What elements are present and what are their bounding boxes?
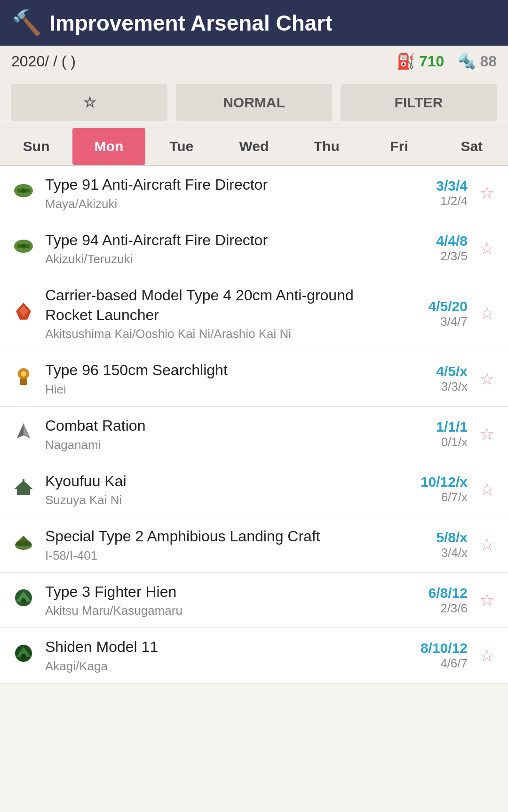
tab-thu[interactable]: Thu [290,128,363,165]
item-stats-5: 10/12/x 6/7/x [402,474,468,505]
item-ships-7: Akitsu Maru/Kasugamaru [45,603,394,618]
item-star-1[interactable]: ☆ [475,239,499,258]
item-content-5: Kyoufuu Kai Suzuya Kai Ni [45,472,394,508]
item-stats-2: 4/5/20 3/4/7 [402,298,468,329]
item-stats-8: 8/10/12 4/6/7 [402,640,468,671]
item-stats-7: 6/8/12 2/3/6 [402,585,468,616]
ammo-display: 🔩 88 [457,52,497,70]
normal-button[interactable]: NORMAL [176,84,332,121]
item-list: Type 91 Anti-Aircraft Fire Director Maya… [0,166,508,683]
item-stats-0: 3/3/4 1/2/4 [402,178,468,209]
list-item: Kyoufuu Kai Suzuya Kai Ni 10/12/x 6/7/x … [0,462,508,518]
item-sub-stat-3: 3/3/x [402,379,468,394]
item-star-0[interactable]: ☆ [475,183,499,203]
item-ships-4: Naganami [45,438,394,452]
svg-point-20 [21,598,26,603]
item-star-8[interactable]: ☆ [475,646,499,666]
ammo-value: 88 [480,53,497,70]
svg-point-23 [21,654,26,659]
tab-wed[interactable]: Wed [218,128,290,165]
item-icon-7 [9,587,38,613]
item-sub-stat-8: 4/6/7 [402,656,468,671]
tab-mon[interactable]: Mon [72,128,145,165]
item-main-stat-3: 4/5/x [402,363,468,379]
item-main-stat-7: 6/8/12 [402,585,468,601]
item-sub-stat-5: 6/7/x [402,490,468,505]
fuel-display: ⛽ 710 [397,52,444,70]
svg-point-10 [21,371,26,377]
item-star-4[interactable]: ☆ [475,424,499,444]
item-sub-stat-4: 0/1/x [402,435,468,450]
item-name-5: Kyoufuu Kai [45,472,394,491]
resources: ⛽ 710 🔩 88 [397,52,497,70]
item-ships-5: Suzuya Kai Ni [45,493,394,507]
item-name-3: Type 96 150cm Searchlight [45,361,394,380]
app-header: 🔨 Improvement Arsenal Chart [0,0,508,46]
item-name-2: Carrier-based Model Type 4 20cm Anti-gro… [45,286,394,325]
fuel-value: 710 [419,53,444,70]
header-icon: 🔨 [11,8,42,37]
svg-marker-12 [24,423,30,438]
item-ships-6: I-58/I-401 [45,548,394,563]
list-item: Combat Ration Naganami 1/1/1 0/1/x ☆ [0,407,508,462]
svg-marker-17 [18,536,29,541]
item-stats-3: 4/5/x 3/3/x [402,363,468,394]
item-star-2[interactable]: ☆ [475,304,499,323]
item-ships-0: Maya/Akizuki [45,197,394,211]
item-main-stat-8: 8/10/12 [402,640,468,656]
tab-sun[interactable]: Sun [0,128,72,165]
item-name-4: Combat Ration [45,416,394,436]
item-stats-1: 4/4/8 2/3/5 [402,233,468,264]
item-main-stat-1: 4/4/8 [402,233,468,249]
item-content-6: Special Type 2 Amphibious Landing Craft … [45,527,394,563]
item-ships-2: Akitsushima Kai/Ooshio Kai Ni/Arashio Ka… [45,327,394,341]
tab-sat[interactable]: Sat [436,128,508,165]
svg-rect-14 [23,479,24,482]
list-item: Type 3 Fighter Hien Akitsu Maru/Kasugama… [0,573,508,628]
item-ships-1: Akizuki/Teruzuki [45,252,394,266]
svg-rect-16 [16,541,31,546]
item-ships-8: Akagi/Kaga [45,659,394,674]
filter-button[interactable]: FILTER [341,84,497,121]
list-item: Type 91 Anti-Aircraft Fire Director Maya… [0,166,508,221]
tab-fri[interactable]: Fri [363,128,435,165]
current-date: 2020/ / ( ) [11,53,76,70]
item-star-7[interactable]: ☆ [475,590,499,610]
item-name-0: Type 91 Anti-Aircraft Fire Director [45,175,394,195]
item-content-2: Carrier-based Model Type 4 20cm Anti-gro… [45,286,394,341]
list-item: Type 94 Anti-Aircraft Fire Director Akiz… [0,221,508,277]
list-item: Type 96 150cm Searchlight Hiei 4/5/x 3/3… [0,351,508,407]
item-content-1: Type 94 Anti-Aircraft Fire Director Akiz… [45,231,394,267]
item-main-stat-2: 4/5/20 [402,298,468,314]
item-icon-4 [9,421,38,447]
item-content-8: Shiden Model 11 Akagi/Kaga [45,637,394,674]
item-star-3[interactable]: ☆ [475,369,499,389]
item-icon-2 [9,301,38,326]
item-icon-5 [9,477,38,502]
item-content-7: Type 3 Fighter Hien Akitsu Maru/Kasugama… [45,582,394,619]
item-icon-0 [9,180,38,206]
item-content-3: Type 96 150cm Searchlight Hiei [45,361,394,397]
item-content-4: Combat Ration Naganami [45,416,394,452]
item-content-0: Type 91 Anti-Aircraft Fire Director Maya… [45,175,394,211]
ammo-icon: 🔩 [457,52,476,70]
item-star-5[interactable]: ☆ [475,480,499,499]
list-item: Special Type 2 Amphibious Landing Craft … [0,517,508,573]
item-main-stat-5: 10/12/x [402,474,468,490]
item-sub-stat-6: 3/4/x [402,546,468,560]
list-item: Carrier-based Model Type 4 20cm Anti-gro… [0,276,508,351]
favorite-button[interactable]: ☆ [11,84,167,121]
item-main-stat-4: 1/1/1 [402,419,468,435]
item-name-8: Shiden Model 11 [45,637,394,657]
tab-tue[interactable]: Tue [145,128,218,165]
item-star-6[interactable]: ☆ [475,535,499,555]
item-main-stat-6: 5/8/x [402,530,468,546]
item-icon-8 [9,643,38,668]
item-icon-6 [9,532,38,557]
status-bar: 2020/ / ( ) ⛽ 710 🔩 88 [0,46,508,77]
item-ships-3: Hiei [45,382,394,397]
item-main-stat-0: 3/3/4 [402,178,468,194]
item-stats-4: 1/1/1 0/1/x [402,419,468,450]
item-name-6: Special Type 2 Amphibious Landing Craft [45,527,394,547]
item-sub-stat-0: 1/2/4 [402,194,468,209]
